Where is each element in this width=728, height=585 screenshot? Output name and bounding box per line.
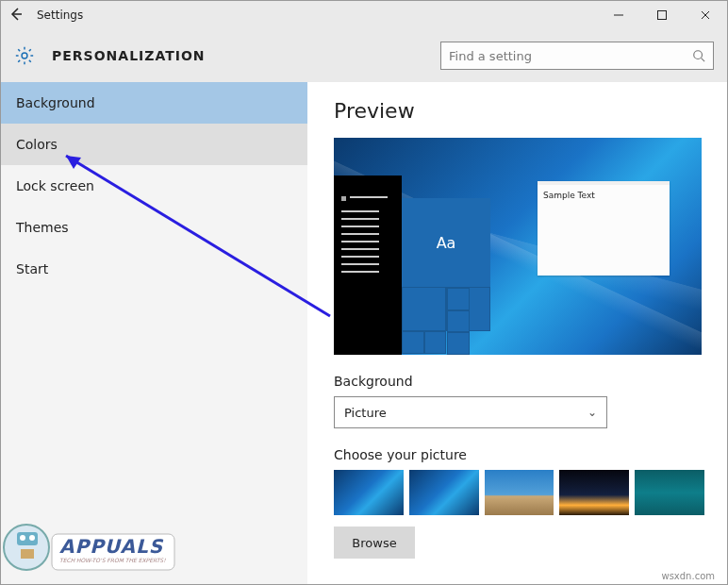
picture-thumb-1[interactable]	[334, 470, 404, 515]
settings-window: Settings PERSONALIZATION Find a setting …	[0, 0, 728, 585]
picture-thumb-5[interactable]	[635, 470, 704, 515]
titlebar: Settings	[1, 1, 727, 29]
chevron-down-icon: ⌄	[587, 406, 597, 419]
main-content: Preview Aa Sample Text Backgro	[307, 82, 727, 584]
background-dropdown[interactable]: Picture ⌄	[334, 396, 607, 428]
picture-thumb-4[interactable]	[559, 470, 629, 515]
sidebar-item-lock-screen[interactable]: Lock screen	[1, 165, 307, 207]
sidebar-item-themes[interactable]: Themes	[1, 207, 307, 248]
sidebar: Background Colors Lock screen Themes Sta…	[1, 82, 307, 584]
picture-thumb-3[interactable]	[485, 470, 554, 515]
search-icon	[692, 49, 705, 62]
choose-picture-label: Choose your picture	[334, 447, 704, 462]
gear-icon	[14, 45, 35, 66]
browse-button[interactable]: Browse	[334, 526, 415, 559]
sidebar-item-colors[interactable]: Colors	[1, 124, 307, 165]
preview-start-mock	[334, 176, 402, 355]
watermark-site: wsxdn.com	[661, 571, 715, 581]
background-label: Background	[334, 374, 704, 389]
preview-heading: Preview	[334, 99, 704, 123]
preview-image: Aa Sample Text	[334, 138, 702, 355]
header: PERSONALIZATION Find a setting	[1, 29, 727, 82]
window-title: Settings	[31, 8, 597, 22]
page-title: PERSONALIZATION	[52, 48, 440, 63]
svg-point-2	[694, 51, 703, 59]
close-button[interactable]	[684, 1, 727, 29]
sidebar-item-start[interactable]: Start	[1, 248, 307, 290]
sidebar-item-background[interactable]: Background	[1, 82, 307, 124]
preview-tiles: Aa	[402, 198, 490, 355]
preview-sample-window: Sample Text	[538, 181, 670, 276]
back-button[interactable]	[1, 6, 31, 25]
picture-thumbnails	[334, 470, 704, 515]
search-placeholder: Find a setting	[449, 49, 692, 63]
search-input[interactable]: Find a setting	[440, 42, 714, 70]
picture-thumb-2[interactable]	[409, 470, 479, 515]
background-value: Picture	[344, 406, 387, 420]
svg-point-1	[22, 53, 27, 58]
maximize-button[interactable]	[640, 1, 684, 29]
svg-rect-0	[658, 11, 667, 20]
minimize-button[interactable]	[597, 1, 640, 29]
